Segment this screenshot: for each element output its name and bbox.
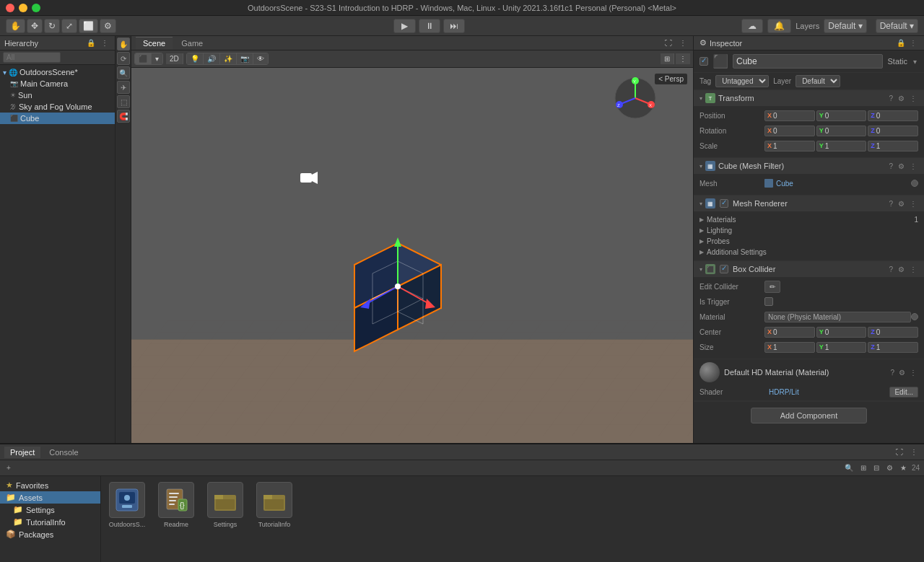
transform-header[interactable]: ▾ T Transform ? ⚙ ⋮ — [694, 90, 924, 106]
material-settings-button[interactable]: ⚙ — [897, 369, 907, 377]
gizmos-toggle[interactable]: 👁 — [253, 53, 268, 64]
transform-info-button[interactable]: ? — [887, 95, 894, 102]
hierarchy-menu-button[interactable]: ⋮ — [99, 38, 110, 48]
scale-tool-button[interactable]: ⤢ — [61, 19, 77, 33]
center-z[interactable]: Z 0 — [868, 327, 918, 338]
file-packages[interactable]: 📦 Packages — [0, 528, 100, 540]
lighting-toggle[interactable]: 💡 — [187, 53, 204, 64]
transform-settings-button[interactable]: ⚙ — [897, 95, 906, 102]
audio-toggle[interactable]: 🔊 — [204, 53, 220, 64]
zoom-tool[interactable]: 🔍 — [117, 66, 130, 79]
pause-button[interactable]: ⏸ — [419, 19, 440, 33]
mesh-renderer-info-button[interactable]: ? — [887, 200, 894, 208]
rect-tool-button[interactable]: ⬜ — [79, 19, 98, 33]
asset-outdoors-scene[interactable]: OutdoorsS... — [107, 482, 147, 528]
shaded-button[interactable]: ⬛ — [135, 53, 152, 64]
project-tab[interactable]: Project — [4, 447, 40, 458]
shader-edit-button[interactable]: Edit... — [889, 387, 918, 398]
position-y[interactable]: Y 0 — [816, 110, 867, 121]
minimize-button[interactable] — [19, 4, 27, 12]
snap-tool[interactable]: 🧲 — [117, 110, 130, 123]
hierarchy-item-sun[interactable]: ☀ Sun — [0, 89, 115, 101]
file-settings[interactable]: 📁 Settings — [0, 504, 100, 516]
center-x[interactable]: X 0 — [764, 327, 815, 338]
mesh-picker-button[interactable] — [911, 180, 918, 187]
mesh-filter-settings-button[interactable]: ⚙ — [897, 162, 906, 170]
rotation-z[interactable]: Z 0 — [868, 126, 918, 136]
mesh-renderer-header[interactable]: ▾ ▦ Mesh Renderer ? ⚙ ⋮ — [694, 196, 924, 211]
mesh-renderer-menu-button[interactable]: ⋮ — [908, 200, 918, 208]
mesh-renderer-active[interactable] — [720, 199, 728, 208]
console-tab[interactable]: Console — [43, 447, 84, 458]
asset-settings-button[interactable]: ⚙ — [884, 463, 895, 473]
view-options-toggle[interactable]: ⋮ — [676, 53, 690, 64]
object-active-checkbox[interactable] — [699, 57, 708, 66]
collider-material-picker[interactable] — [911, 313, 918, 320]
lighting-toggle-row[interactable]: ▶ Lighting — [699, 225, 918, 236]
edit-collider-button[interactable]: ✏ — [764, 281, 780, 293]
material-info-button[interactable]: ? — [889, 369, 896, 377]
add-component-button[interactable]: Add Component — [751, 408, 868, 423]
mesh-filter-header[interactable]: ▾ ▦ Cube (Mesh Filter) ? ⚙ ⋮ — [694, 158, 924, 174]
2d-toggle[interactable]: 2D — [166, 53, 183, 64]
scene-maximize-button[interactable]: ⛶ — [663, 38, 674, 48]
transform-menu-button[interactable]: ⋮ — [908, 95, 918, 102]
hierarchy-item-skyfog[interactable]: 🌫 Sky and Fog Volume — [0, 101, 115, 113]
additional-settings-toggle[interactable]: ▶ Additional Settings — [699, 247, 918, 258]
center-y[interactable]: Y 0 — [816, 327, 867, 338]
mesh-filter-menu-button[interactable]: ⋮ — [908, 162, 918, 170]
asset-favorite-button[interactable]: ★ — [898, 463, 909, 473]
hierarchy-item-maincamera[interactable]: 📷 Main Camera — [0, 78, 115, 89]
asset-readme[interactable]: {} Readme — [156, 482, 196, 528]
hierarchy-item-outdoorsscene[interactable]: ▾ 🌐 OutdoorsScene* — [0, 66, 115, 78]
select-tool[interactable]: ⬚ — [117, 95, 130, 108]
asset-view-list[interactable]: ⊞ — [858, 463, 868, 473]
scene-tab[interactable]: Scene — [136, 37, 173, 49]
move-tool-button[interactable]: ✥ — [27, 19, 43, 33]
size-z[interactable]: Z 1 — [868, 342, 918, 353]
asset-view-grid[interactable]: ⊟ — [871, 463, 881, 473]
services-button[interactable]: 🔔 — [767, 19, 791, 33]
scale-y[interactable]: Y 1 — [816, 141, 867, 152]
step-button[interactable]: ⏭ — [443, 19, 465, 33]
box-collider-menu-button[interactable]: ⋮ — [908, 265, 918, 273]
collab-button[interactable]: ☁ — [741, 19, 763, 33]
hierarchy-search[interactable] — [3, 52, 61, 63]
new-folder-button[interactable]: + — [4, 463, 13, 473]
box-collider-info-button[interactable]: ? — [887, 265, 894, 273]
game-tab[interactable]: Game — [174, 38, 210, 49]
file-tutorialinfo[interactable]: 📁 TutorialInfo — [0, 516, 100, 528]
material-menu-button[interactable]: ⋮ — [908, 369, 918, 377]
object-name-input[interactable] — [733, 54, 883, 69]
position-x[interactable]: X 0 — [764, 110, 815, 121]
rotation-x[interactable]: X 0 — [764, 126, 815, 136]
hierarchy-item-cube[interactable]: ⬛ Cube — [0, 113, 115, 124]
close-button[interactable] — [6, 4, 14, 12]
size-y[interactable]: Y 1 — [816, 342, 867, 353]
tag-select[interactable]: Untagged — [715, 75, 769, 87]
mesh-renderer-settings-button[interactable]: ⚙ — [897, 200, 906, 208]
box-collider-header[interactable]: ▾ ⬛ Box Collider ? ⚙ ⋮ — [694, 261, 924, 277]
transform-tool-button[interactable]: ⚙ — [100, 19, 116, 33]
size-x[interactable]: X 1 — [764, 342, 815, 353]
layout-dropdown[interactable]: Default ▾ — [876, 19, 918, 33]
orbit-tool[interactable]: ⟳ — [117, 52, 130, 65]
play-button[interactable]: ▶ — [393, 19, 416, 33]
file-favorites[interactable]: ★ Favorites — [0, 479, 100, 491]
file-assets[interactable]: 📁 Assets — [0, 491, 100, 504]
scene-menu-button[interactable]: ⋮ — [677, 38, 689, 48]
inspector-lock-button[interactable]: 🔒 — [895, 39, 907, 47]
scale-z[interactable]: Z 1 — [868, 141, 918, 152]
box-collider-active[interactable] — [720, 265, 728, 273]
position-z[interactable]: Z 0 — [868, 110, 918, 121]
maximize-button[interactable] — [32, 4, 40, 12]
materials-toggle[interactable]: ▶ Materials 1 — [699, 214, 918, 225]
inspector-menu-button[interactable]: ⋮ — [908, 39, 918, 47]
search-button[interactable]: 🔍 — [842, 463, 855, 473]
flythrough-tool[interactable]: ✈ — [117, 81, 130, 94]
layers-dropdown[interactable]: Default ▾ — [824, 19, 866, 33]
scene-camera-toggle[interactable]: 📷 — [237, 53, 253, 64]
bottom-maximize-button[interactable]: ⛶ — [894, 447, 905, 457]
mesh-filter-info-button[interactable]: ? — [887, 162, 894, 170]
layer-select[interactable]: Default — [796, 75, 840, 87]
